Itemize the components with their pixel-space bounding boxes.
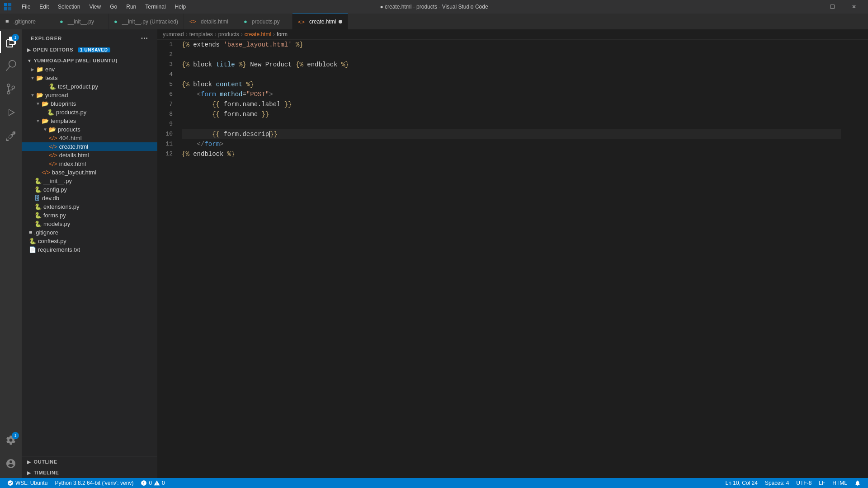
breadcrumb-products[interactable]: products: [218, 31, 239, 38]
tree-item-blueprints[interactable]: ▼ 📂 blueprints: [22, 99, 157, 108]
breadcrumb-yumroad[interactable]: yumroad: [163, 31, 184, 38]
menu-edit[interactable]: Edit: [36, 3, 52, 11]
tree-item-test-product[interactable]: 🐍 test_product.py: [22, 82, 157, 91]
tree-item-requirements[interactable]: 📄 requirements.txt: [22, 245, 157, 254]
code-line-10[interactable]: {{ form.descrip}}: [182, 129, 841, 139]
new-file-icon[interactable]: ⋯: [141, 34, 148, 42]
search-activity-icon[interactable]: [0, 55, 22, 76]
close-button[interactable]: ✕: [844, 0, 864, 14]
run-activity-icon[interactable]: [0, 102, 22, 123]
menu-terminal[interactable]: Terminal: [142, 3, 169, 11]
py-icon-conftest: 🐍: [29, 238, 36, 244]
tree-item-products-bp[interactable]: 🐍 products.py: [22, 108, 157, 117]
explorer-activity-icon[interactable]: 1: [0, 31, 22, 53]
menu-help[interactable]: Help: [171, 3, 190, 11]
code-line-7: {{ form.name.label }}: [182, 99, 841, 109]
minimize-button[interactable]: ─: [800, 0, 821, 14]
yumroad-label: yumroad: [45, 92, 68, 99]
tree-item-extensions[interactable]: 🐍 extensions.py: [22, 202, 157, 211]
encoding-status[interactable]: UTF-8: [793, 480, 815, 486]
svg-rect-0: [4, 3, 7, 6]
menu-run[interactable]: Run: [123, 3, 140, 11]
html-file-icon-4: </>: [49, 160, 57, 167]
sidebar-bottom: ▶ OUTLINE ▶ TIMELINE: [22, 456, 157, 478]
tree-item-details[interactable]: </> details.html: [22, 151, 157, 160]
modified-indicator: [339, 20, 342, 23]
errors-status[interactable]: 0 0: [137, 480, 168, 486]
account-activity-icon[interactable]: [0, 453, 22, 474]
open-editors-section: ▶ OPEN EDITORS 1 UNSAVED: [22, 45, 157, 54]
folder-open-icon-4: 📂: [42, 117, 49, 124]
breadcrumb-create[interactable]: create.html: [245, 31, 271, 38]
code-line-9: [182, 119, 841, 129]
tree-item-gitignore[interactable]: ≡ .gitignore: [22, 228, 157, 237]
tree-item-index[interactable]: </> index.html: [22, 160, 157, 168]
code-line-4: [182, 70, 841, 80]
line-ending-status[interactable]: LF: [815, 480, 829, 486]
menu-file[interactable]: File: [18, 3, 34, 11]
workspace-section: ▼ YUMROAD-APP [WSL: UBUNTU] ▶ 📁 env ▼ 📂 …: [22, 56, 157, 254]
templates-arrow: ▼: [34, 118, 42, 123]
spaces-status[interactable]: Spaces: 4: [761, 480, 793, 486]
py-icon: 🐍: [49, 83, 56, 90]
tree-item-yumroad[interactable]: ▼ 📂 yumroad: [22, 91, 157, 99]
tab-create-html[interactable]: <> create.html: [292, 14, 349, 29]
settings-activity-icon[interactable]: 1: [0, 429, 22, 451]
timeline-label: TIMELINE: [34, 470, 59, 475]
window-controls[interactable]: ─ ☐ ✕: [800, 0, 864, 14]
breadcrumb-templates[interactable]: templates: [189, 31, 213, 38]
python-status[interactable]: Python 3.8.2 64-bit ('venv': venv): [51, 480, 137, 486]
explorer-tree: ▶ OPEN EDITORS 1 UNSAVED ▼ YUMROAD-APP […: [22, 45, 157, 456]
tree-item-404[interactable]: </> 404.html: [22, 134, 157, 142]
tree-item-dev-db[interactable]: 🗄 dev.db: [22, 194, 157, 202]
workspace-label: YUMROAD-APP [WSL: UBUNTU]: [33, 58, 117, 63]
tree-item-config[interactable]: 🐍 config.py: [22, 185, 157, 194]
code-content[interactable]: {% extends 'base_layout.html' %} {% bloc…: [180, 40, 841, 478]
tree-item-products-folder[interactable]: ▼ 📂 products: [22, 125, 157, 134]
models-label: models.py: [43, 221, 70, 227]
tree-item-create[interactable]: </> create.html: [22, 142, 157, 151]
tab-gitignore[interactable]: ≡ .gitignore: [0, 14, 54, 29]
tree-item-conftest[interactable]: 🐍 conftest.py: [22, 237, 157, 245]
tab-init-py-untracked[interactable]: ● __init__.py (Untracked): [108, 14, 184, 29]
menu-go[interactable]: Go: [106, 3, 121, 11]
maximize-button[interactable]: ☐: [822, 0, 843, 14]
wsl-status[interactable]: WSL: Ubuntu: [4, 480, 51, 486]
open-editors-header[interactable]: ▶ OPEN EDITORS 1 UNSAVED: [22, 45, 157, 54]
notifications-status[interactable]: [851, 480, 864, 486]
tree-item-forms[interactable]: 🐍 forms.py: [22, 211, 157, 220]
tab-init-py[interactable]: ● __init__.py: [54, 14, 108, 29]
menu-selection[interactable]: Selection: [54, 3, 84, 11]
language-status[interactable]: HTML: [829, 480, 851, 486]
tree-item-yumroad-init[interactable]: 🐍 __init__.py: [22, 177, 157, 185]
extensions-activity-icon[interactable]: [0, 125, 22, 147]
source-control-activity-icon[interactable]: [0, 78, 22, 100]
timeline-header[interactable]: ▶ TIMELINE: [22, 467, 157, 478]
code-line-1: {% extends 'base_layout.html' %}: [182, 40, 841, 50]
tree-item-base-layout[interactable]: </> base_layout.html: [22, 168, 157, 177]
tree-item-templates[interactable]: ▼ 📂 templates: [22, 117, 157, 125]
gitignore-file-icon: ≡: [29, 229, 33, 236]
svg-rect-1: [8, 3, 11, 6]
cursor-position-status[interactable]: Ln 10, Col 24: [722, 480, 761, 486]
python-icon-2: ●: [114, 18, 118, 25]
code-line-11: </ form >: [182, 139, 841, 149]
breadcrumb-form[interactable]: form: [277, 31, 288, 38]
python-label: Python 3.8.2 64-bit ('venv': venv): [55, 480, 133, 486]
code-editor[interactable]: 1 2 3 4 5 6 7 8 9 10 11 12 {% extends 'b: [157, 40, 868, 478]
templates-label: templates: [51, 117, 76, 124]
tree-item-tests[interactable]: ▼ 📂 tests: [22, 74, 157, 82]
breadcrumb-bar: yumroad › templates › products › create.…: [157, 29, 868, 40]
outline-header[interactable]: ▶ OUTLINE: [22, 456, 157, 467]
tree-item-models[interactable]: 🐍 models.py: [22, 220, 157, 228]
tab-details-html[interactable]: <> details.html: [184, 14, 238, 29]
menu-view[interactable]: View: [85, 3, 104, 11]
py-icon-ext: 🐍: [34, 203, 42, 210]
menu-bar[interactable]: File Edit Selection View Go Run Terminal…: [18, 3, 189, 11]
tree-item-env[interactable]: ▶ 📁 env: [22, 65, 157, 74]
products-folder-arrow: ▼: [42, 127, 49, 132]
workspace-header[interactable]: ▼ YUMROAD-APP [WSL: UBUNTU]: [22, 56, 157, 65]
outline-arrow: ▶: [27, 460, 31, 465]
tab-products-py[interactable]: ● products.py: [238, 14, 292, 29]
conftest-label: conftest.py: [38, 238, 66, 244]
